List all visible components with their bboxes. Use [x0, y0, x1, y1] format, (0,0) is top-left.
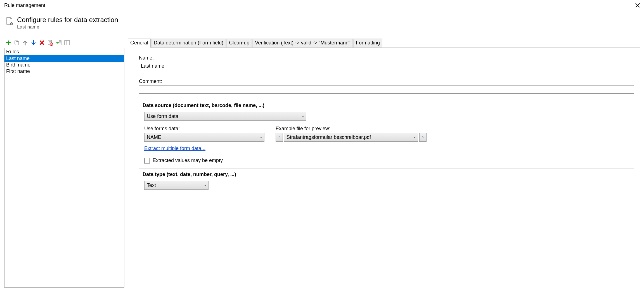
- next-file-button[interactable]: ›: [419, 133, 427, 142]
- document-disable-icon: [48, 40, 53, 46]
- map-rule-button[interactable]: [55, 39, 62, 46]
- window-title: Rule management: [4, 3, 45, 8]
- tab-formatting[interactable]: Formatting: [353, 39, 382, 48]
- name-label: Name:: [139, 55, 634, 61]
- list-item[interactable]: Birth name: [4, 62, 124, 68]
- main-pane: General Data determination (Form field) …: [128, 39, 640, 288]
- delete-rule-button[interactable]: [38, 39, 46, 46]
- comment-input[interactable]: [139, 85, 634, 94]
- tab-label: Data determination (Form field): [154, 40, 223, 46]
- chevron-left-icon: ‹: [278, 135, 280, 140]
- data-source-legend: Data source (document text, barcode, fil…: [141, 103, 266, 108]
- comment-label: Comment:: [139, 79, 634, 84]
- tab-general[interactable]: General: [128, 39, 151, 48]
- name-row: Name:: [139, 55, 634, 70]
- list-item-label: Last name: [6, 56, 30, 61]
- list-item[interactable]: First name: [4, 68, 124, 75]
- tab-content-general: Name: Comment: Data source (document tex…: [128, 48, 640, 288]
- preview-file-combo[interactable]: Strafantragsformular beschreibbar.pdf ▾: [284, 133, 418, 142]
- arrow-down-icon: [31, 40, 36, 46]
- list-item-label: Birth name: [6, 62, 30, 68]
- move-up-button[interactable]: [22, 39, 29, 46]
- tab-clean-up[interactable]: Clean-up: [226, 39, 252, 48]
- title-bar: Rule management: [0, 0, 644, 10]
- tab-label: Formatting: [356, 40, 380, 46]
- column-layout-button[interactable]: [63, 39, 71, 46]
- data-type-legend: Data type (text, date, number, query, ..…: [141, 172, 237, 177]
- close-button[interactable]: [634, 2, 641, 9]
- body: Rules Last name Birth name First name Ge…: [0, 35, 644, 288]
- forms-data-value: NAME: [147, 134, 161, 140]
- data-source-combo[interactable]: Use form data ▾: [144, 112, 306, 121]
- forms-data-combo[interactable]: NAME ▾: [144, 133, 264, 142]
- extract-multiple-link[interactable]: Extract multiple form data...: [144, 146, 205, 151]
- columns-icon: [64, 40, 70, 45]
- page-header: Configure rules for data extraction Last…: [0, 10, 644, 35]
- chevron-down-icon: ▾: [204, 183, 206, 187]
- tab-label: Clean-up: [229, 40, 249, 46]
- svg-rect-6: [65, 41, 70, 45]
- disable-rule-button[interactable]: [47, 39, 54, 46]
- empty-values-row: Extracted values may be empty: [144, 158, 629, 163]
- preview-file-col: Example file for preview: ‹ Strafantrags…: [276, 126, 427, 142]
- tab-label: General: [130, 40, 148, 46]
- rules-list[interactable]: Rules Last name Birth name First name: [4, 48, 124, 288]
- data-source-fieldset: Data source (document text, barcode, fil…: [139, 106, 634, 169]
- preview-file-value: Strafantragsformular beschreibbar.pdf: [287, 134, 371, 140]
- empty-values-label: Extracted values may be empty: [153, 158, 223, 163]
- preview-file-label: Example file for preview:: [276, 126, 427, 132]
- close-icon: [635, 3, 640, 8]
- rules-toolbar: [4, 39, 124, 48]
- prev-file-button[interactable]: ‹: [276, 133, 283, 142]
- data-type-value: Text: [147, 182, 156, 188]
- preview-file-picker: ‹ Strafantragsformular beschreibbar.pdf …: [276, 133, 427, 142]
- svg-rect-2: [16, 42, 19, 45]
- page-title: Configure rules for data extraction: [17, 16, 118, 24]
- chevron-down-icon: ▾: [302, 114, 304, 118]
- name-input[interactable]: [139, 62, 634, 70]
- arrow-up-icon: [22, 40, 28, 46]
- plus-icon: [6, 40, 11, 46]
- chevron-down-icon: ▾: [414, 135, 416, 139]
- tab-data-determination[interactable]: Data determination (Form field): [151, 39, 226, 48]
- comment-row: Comment:: [139, 79, 634, 94]
- rules-list-header: Rules: [4, 48, 124, 55]
- forms-data-col: Use forms data: NAME ▾: [144, 126, 264, 142]
- tab-bar: General Data determination (Form field) …: [128, 39, 640, 48]
- rule-document-icon: [6, 17, 13, 25]
- copy-icon: [14, 40, 20, 46]
- list-item-label: First name: [6, 68, 30, 74]
- page-subtitle: Last name: [17, 24, 118, 30]
- chevron-right-icon: ›: [422, 135, 423, 140]
- map-columns-icon: [56, 40, 62, 46]
- data-source-row2: Use forms data: NAME ▾ Example file for …: [144, 126, 629, 142]
- data-type-fieldset: Data type (text, date, number, query, ..…: [139, 175, 634, 195]
- forms-data-label: Use forms data:: [144, 126, 264, 132]
- sidebar: Rules Last name Birth name First name: [4, 39, 124, 288]
- copy-rule-button[interactable]: [13, 39, 20, 46]
- data-source-value: Use form data: [147, 113, 178, 119]
- empty-values-checkbox[interactable]: [144, 158, 150, 163]
- add-rule-button[interactable]: [5, 39, 12, 46]
- tab-label: Verification (Text) -> valid -> "Musterm…: [255, 40, 350, 46]
- list-item[interactable]: Last name: [4, 55, 124, 62]
- tab-verification[interactable]: Verification (Text) -> valid -> "Musterm…: [252, 39, 353, 48]
- rule-management-window: Rule management Configure rules for data…: [0, 0, 644, 292]
- move-down-button[interactable]: [30, 39, 37, 46]
- data-type-combo[interactable]: Text ▾: [144, 181, 209, 190]
- chevron-down-icon: ▾: [260, 135, 262, 139]
- delete-icon: [39, 40, 45, 46]
